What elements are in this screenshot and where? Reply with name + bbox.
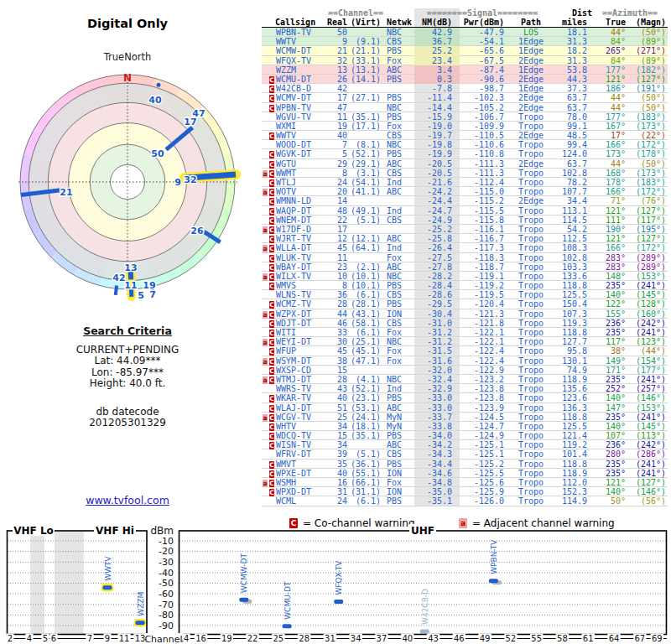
distance-cell: 31.3 [550,37,592,46]
channel-tick-label: 6 [51,634,56,643]
power-cell: -110.6 [460,140,512,149]
radar-north-label: N [123,72,132,84]
distance-cell: 99.4 [550,140,592,149]
search-lat: Lat: 44.09*** [37,356,218,367]
real-channel-cell: 42 [327,84,347,93]
search-mode: CURRENT+PENDING [37,345,218,356]
channel-tick-label: 11 [119,634,130,643]
noise-margin-cell: -7.8 [414,84,460,93]
power-cell: -117.3 [460,243,512,252]
col-path: Path [512,18,550,27]
power-cell: -122.9 [460,366,512,375]
radar-channel-label: 26 [190,226,204,236]
co-channel-warning-icon: C [269,245,274,252]
co-channel-warning-icon: C [269,367,274,375]
table-row: WWRS-TV43(52.1)Ind-32.9-123.8Tropo135.62… [262,384,668,393]
channel-tick-label: 61 [583,634,594,643]
dbm-tick-label: -60 [159,589,174,600]
channel-axis-title: Channel [144,634,182,644]
co-channel-warning-icon: C [269,433,274,440]
magnetic-azimuth-cell: (241°) [627,328,668,337]
path-cell: Tropo [512,431,550,440]
table-row: CWMVS8(10.1)PBS-28.4-119.2Tropo118.8235°… [262,281,668,290]
dbm-tick-label: -80 [159,610,174,621]
real-channel-cell: 30 [327,337,347,346]
adjacent-channel-warning-icon: a [263,311,267,319]
distance-cell: 136.3 [550,403,592,413]
path-cell: Tropo [512,319,550,328]
distance-cell: 118.8 [550,281,592,290]
true-azimuth-cell: 111° [592,216,627,225]
table-row: CWXSP-CD15-32.0-122.9Tropo74.9171°(177°) [262,366,668,375]
real-channel-cell: 32 [327,56,347,65]
power-cell: -115.8 [460,216,512,225]
path-cell: 1Edge [512,84,550,93]
distance-cell: 107.3 [550,309,592,319]
distance-cell: 118.8 [550,413,592,422]
warning-marker-cell: C [268,178,275,187]
band-section-label: VHF Lo [13,525,54,537]
magnetic-azimuth-cell: (178°) [627,149,668,158]
col-nm: NM(dB) [414,18,460,27]
power-cell: -124.7 [460,422,512,431]
magnetic-azimuth-cell: (173°) [627,169,668,178]
magnetic-azimuth-cell: (127°) [627,206,668,216]
magnetic-azimuth-cell: (89°) [627,37,668,46]
magnetic-azimuth-cell: (172°) [627,243,668,252]
co-channel-warning-icon: C [269,461,274,469]
noise-margin-cell: -33.8 [414,422,460,431]
distance-cell: 63.7 [550,159,592,169]
distance-cell: 118.9 [550,469,592,478]
power-cell: -122.4 [460,356,512,366]
magnetic-azimuth-cell: (50°) [627,28,668,37]
noise-margin-cell: -25.8 [414,234,460,243]
distance-cell: 48.5 [550,131,592,140]
signal-bar [334,600,343,604]
table-row: CWPBN-TV47NBC-14.4-105.22Edge63.744°(50°… [262,103,668,112]
true-azimuth-cell: 235° [592,469,627,478]
warning-marker-cell: a [262,169,268,178]
table-column-header: Callsign Real (Virt) Netwk NM(dB) Pwr(dB… [262,18,668,28]
callsign-cell: WFUP [275,346,327,356]
noise-margin-cell: -26.4 [414,243,460,252]
warning-marker-cell: a [262,187,268,196]
adjacent-channel-warning-icon: a [263,339,267,346]
noise-margin-cell: 25.2 [414,46,460,55]
network-cell: PBS [384,431,414,440]
callsign-cell: WAQP-DT [275,206,327,216]
table-row: aCWWMT8(3.1)CBS-20.5-111.3Tropo102.8168°… [262,169,668,178]
callsign-cell: WOOD-DT [275,140,327,149]
network-cell: ABC [384,159,414,169]
warning-marker-cell: C [268,487,275,496]
real-channel-cell: 7 [327,140,347,149]
tvfool-link[interactable]: www.tvfool.com [0,494,255,506]
virtual-channel-cell: (49.1) [347,206,384,216]
co-channel-warning-icon: C [269,255,274,262]
channel-tick-label: 64 [609,634,620,643]
magnetic-azimuth-cell: (145°) [627,290,668,299]
path-cell: Tropo [512,272,550,281]
table-row: CW42CB-D42-7.8-98.71Edge37.3186°(191°) [262,84,668,93]
real-channel-cell: 22 [327,216,347,225]
co-channel-warning-icon: C [269,151,274,158]
signal-callsign-label: WCMW-DT [240,553,248,594]
power-cell: -124.9 [460,431,512,440]
noise-margin-cell: -27.5 [414,253,460,262]
distance-cell: 123.6 [550,393,592,402]
real-channel-cell: 40 [327,131,347,140]
table-row: CWPXE-DT40(55.1)ION-34.6-125.5Tropo118.9… [262,469,668,478]
magnetic-azimuth-cell: (50°) [627,159,668,169]
warning-marker-cell: a [262,225,268,234]
callsign-cell: WBAY-DT [275,262,327,272]
network-cell: Fox [384,346,414,356]
network-cell: PBS [384,496,414,506]
station-table: ==Channel== ========Signal======== Dist … [262,8,668,506]
co-channel-warning-icon: C [269,377,274,384]
callsign-cell: WTLJ [275,178,327,187]
virtual-channel-cell: (64.1) [347,243,384,252]
true-azimuth-cell: 166° [592,140,627,149]
path-cell: Tropo [512,216,550,225]
distance-cell: 125.5 [550,290,592,299]
warning-marker-cell: a [262,413,268,422]
table-row: aCWLLA-DT45(64.1)Ind-26.4-117.3Tropo108.… [262,243,668,252]
